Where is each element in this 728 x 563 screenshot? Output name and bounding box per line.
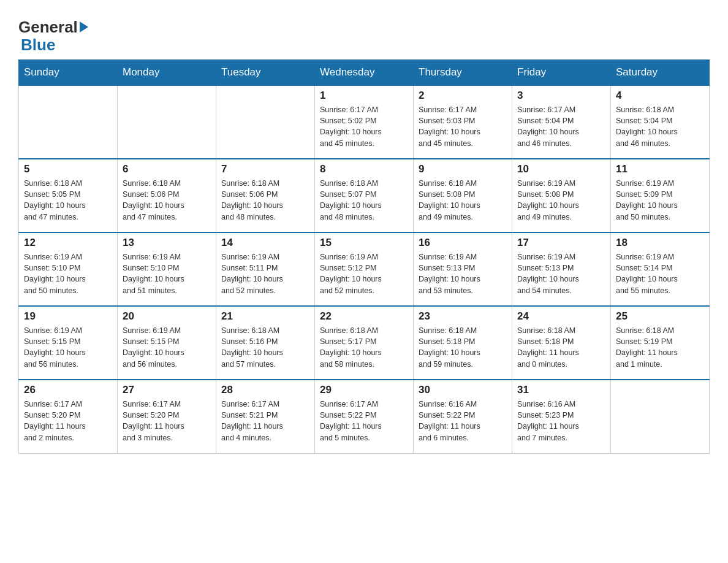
day-number: 11 <box>616 163 704 175</box>
header: General Blue <box>18 12 710 53</box>
calendar-cell: 15Sunrise: 6:19 AM Sunset: 5:12 PM Dayli… <box>315 232 414 306</box>
calendar-cell: 12Sunrise: 6:19 AM Sunset: 5:10 PM Dayli… <box>19 232 118 306</box>
day-info: Sunrise: 6:18 AM Sunset: 5:18 PM Dayligh… <box>419 325 507 370</box>
day-number: 12 <box>24 237 112 249</box>
day-info: Sunrise: 6:19 AM Sunset: 5:13 PM Dayligh… <box>419 251 507 296</box>
day-info: Sunrise: 6:19 AM Sunset: 5:13 PM Dayligh… <box>517 251 605 296</box>
day-number: 25 <box>616 310 704 323</box>
day-number: 16 <box>419 237 507 249</box>
calendar-cell: 20Sunrise: 6:19 AM Sunset: 5:15 PM Dayli… <box>118 306 216 380</box>
day-number: 29 <box>320 384 408 396</box>
weekday-header-row: SundayMondayTuesdayWednesdayThursdayFrid… <box>19 60 710 86</box>
day-number: 22 <box>320 310 408 323</box>
calendar-cell: 4Sunrise: 6:18 AM Sunset: 5:04 PM Daylig… <box>611 85 710 159</box>
day-info: Sunrise: 6:17 AM Sunset: 5:20 PM Dayligh… <box>123 399 211 443</box>
day-info: Sunrise: 6:16 AM Sunset: 5:22 PM Dayligh… <box>419 399 507 443</box>
calendar-cell: 13Sunrise: 6:19 AM Sunset: 5:10 PM Dayli… <box>118 232 216 306</box>
calendar-cell: 2Sunrise: 6:17 AM Sunset: 5:03 PM Daylig… <box>414 85 512 159</box>
calendar-cell: 29Sunrise: 6:17 AM Sunset: 5:22 PM Dayli… <box>315 380 414 453</box>
day-number: 17 <box>517 237 605 249</box>
day-number: 13 <box>123 237 211 249</box>
calendar-cell: 22Sunrise: 6:18 AM Sunset: 5:17 PM Dayli… <box>315 306 414 380</box>
calendar-cell: 24Sunrise: 6:18 AM Sunset: 5:18 PM Dayli… <box>512 306 611 380</box>
day-number: 19 <box>24 310 112 323</box>
calendar-cell: 14Sunrise: 6:19 AM Sunset: 5:11 PM Dayli… <box>216 232 315 306</box>
calendar-cell: 31Sunrise: 6:16 AM Sunset: 5:23 PM Dayli… <box>512 380 611 453</box>
calendar-table: SundayMondayTuesdayWednesdayThursdayFrid… <box>18 59 710 454</box>
day-info: Sunrise: 6:18 AM Sunset: 5:06 PM Dayligh… <box>123 178 211 223</box>
calendar-cell <box>118 85 216 159</box>
day-info: Sunrise: 6:18 AM Sunset: 5:07 PM Dayligh… <box>320 178 408 223</box>
logo-blue: Blue <box>21 36 88 54</box>
calendar-header: SundayMondayTuesdayWednesdayThursdayFrid… <box>19 60 710 86</box>
calendar-cell: 9Sunrise: 6:18 AM Sunset: 5:08 PM Daylig… <box>414 159 512 232</box>
calendar-cell: 5Sunrise: 6:18 AM Sunset: 5:05 PM Daylig… <box>19 159 118 232</box>
day-number: 28 <box>221 384 309 396</box>
day-number: 7 <box>221 163 309 175</box>
day-info: Sunrise: 6:18 AM Sunset: 5:06 PM Dayligh… <box>221 178 309 223</box>
logo: General Blue <box>18 18 88 53</box>
day-info: Sunrise: 6:17 AM Sunset: 5:04 PM Dayligh… <box>517 104 605 149</box>
calendar-week-4: 19Sunrise: 6:19 AM Sunset: 5:15 PM Dayli… <box>19 306 710 380</box>
day-number: 4 <box>616 90 704 102</box>
day-info: Sunrise: 6:18 AM Sunset: 5:18 PM Dayligh… <box>517 325 605 370</box>
calendar-cell: 10Sunrise: 6:19 AM Sunset: 5:08 PM Dayli… <box>512 159 611 232</box>
calendar-cell: 21Sunrise: 6:18 AM Sunset: 5:16 PM Dayli… <box>216 306 315 380</box>
calendar-cell <box>19 85 118 159</box>
day-number: 20 <box>123 310 211 323</box>
day-number: 15 <box>320 237 408 249</box>
day-number: 18 <box>616 237 704 249</box>
logo-general: General <box>18 18 78 36</box>
weekday-header-sunday: Sunday <box>19 60 118 86</box>
weekday-header-monday: Monday <box>118 60 216 86</box>
day-number: 2 <box>419 90 507 102</box>
day-number: 5 <box>24 163 112 175</box>
day-info: Sunrise: 6:19 AM Sunset: 5:10 PM Dayligh… <box>123 251 211 296</box>
day-number: 10 <box>517 163 605 175</box>
calendar-cell: 18Sunrise: 6:19 AM Sunset: 5:14 PM Dayli… <box>611 232 710 306</box>
calendar-cell <box>216 85 315 159</box>
day-info: Sunrise: 6:18 AM Sunset: 5:05 PM Dayligh… <box>24 178 112 223</box>
day-info: Sunrise: 6:17 AM Sunset: 5:20 PM Dayligh… <box>24 399 112 443</box>
calendar-cell: 6Sunrise: 6:18 AM Sunset: 5:06 PM Daylig… <box>118 159 216 232</box>
day-number: 27 <box>123 384 211 396</box>
day-number: 21 <box>221 310 309 323</box>
calendar-cell: 27Sunrise: 6:17 AM Sunset: 5:20 PM Dayli… <box>118 380 216 453</box>
day-info: Sunrise: 6:17 AM Sunset: 5:02 PM Dayligh… <box>320 104 408 149</box>
day-number: 8 <box>320 163 408 175</box>
calendar-week-2: 5Sunrise: 6:18 AM Sunset: 5:05 PM Daylig… <box>19 159 710 232</box>
day-info: Sunrise: 6:18 AM Sunset: 5:08 PM Dayligh… <box>419 178 507 223</box>
day-number: 9 <box>419 163 507 175</box>
calendar-cell: 11Sunrise: 6:19 AM Sunset: 5:09 PM Dayli… <box>611 159 710 232</box>
day-info: Sunrise: 6:16 AM Sunset: 5:23 PM Dayligh… <box>517 399 605 443</box>
calendar-week-1: 1Sunrise: 6:17 AM Sunset: 5:02 PM Daylig… <box>19 85 710 159</box>
day-number: 1 <box>320 90 408 102</box>
day-info: Sunrise: 6:17 AM Sunset: 5:22 PM Dayligh… <box>320 399 408 443</box>
day-number: 3 <box>517 90 605 102</box>
day-info: Sunrise: 6:18 AM Sunset: 5:16 PM Dayligh… <box>221 325 309 370</box>
logo-arrow-icon <box>80 21 88 33</box>
weekday-header-thursday: Thursday <box>414 60 512 86</box>
weekday-header-tuesday: Tuesday <box>216 60 315 86</box>
day-info: Sunrise: 6:18 AM Sunset: 5:19 PM Dayligh… <box>616 325 704 370</box>
calendar-week-5: 26Sunrise: 6:17 AM Sunset: 5:20 PM Dayli… <box>19 380 710 453</box>
day-info: Sunrise: 6:19 AM Sunset: 5:12 PM Dayligh… <box>320 251 408 296</box>
weekday-header-friday: Friday <box>512 60 611 86</box>
day-info: Sunrise: 6:19 AM Sunset: 5:11 PM Dayligh… <box>221 251 309 296</box>
calendar-cell: 16Sunrise: 6:19 AM Sunset: 5:13 PM Dayli… <box>414 232 512 306</box>
calendar-cell: 8Sunrise: 6:18 AM Sunset: 5:07 PM Daylig… <box>315 159 414 232</box>
day-info: Sunrise: 6:19 AM Sunset: 5:15 PM Dayligh… <box>24 325 112 370</box>
calendar-cell: 25Sunrise: 6:18 AM Sunset: 5:19 PM Dayli… <box>611 306 710 380</box>
calendar-week-3: 12Sunrise: 6:19 AM Sunset: 5:10 PM Dayli… <box>19 232 710 306</box>
calendar-cell: 19Sunrise: 6:19 AM Sunset: 5:15 PM Dayli… <box>19 306 118 380</box>
weekday-header-wednesday: Wednesday <box>315 60 414 86</box>
day-number: 23 <box>419 310 507 323</box>
day-info: Sunrise: 6:17 AM Sunset: 5:21 PM Dayligh… <box>221 399 309 443</box>
day-info: Sunrise: 6:18 AM Sunset: 5:17 PM Dayligh… <box>320 325 408 370</box>
day-info: Sunrise: 6:17 AM Sunset: 5:03 PM Dayligh… <box>419 104 507 149</box>
weekday-header-saturday: Saturday <box>611 60 710 86</box>
day-info: Sunrise: 6:19 AM Sunset: 5:15 PM Dayligh… <box>123 325 211 370</box>
day-number: 6 <box>123 163 211 175</box>
day-number: 30 <box>419 384 507 396</box>
calendar-cell: 26Sunrise: 6:17 AM Sunset: 5:20 PM Dayli… <box>19 380 118 453</box>
